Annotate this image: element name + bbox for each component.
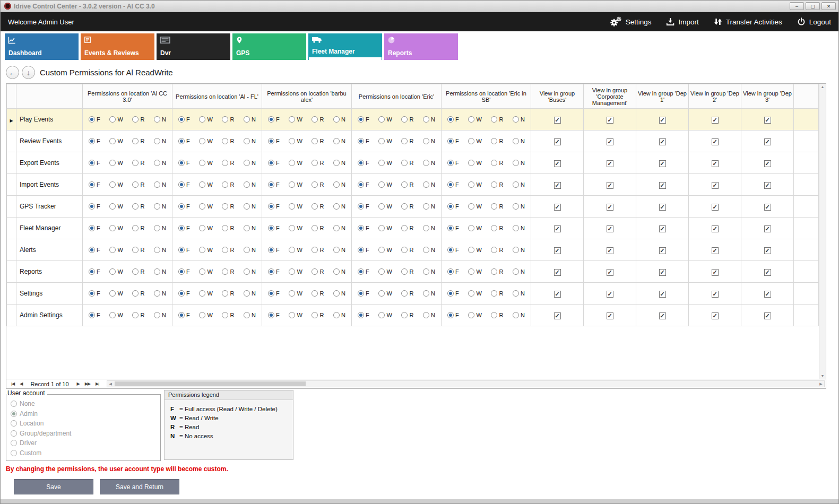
- permission-radio-w[interactable]: W: [289, 203, 302, 210]
- permission-radio-n[interactable]: N: [423, 116, 435, 123]
- permission-radio-w[interactable]: W: [378, 312, 392, 318]
- permission-radio-r[interactable]: R: [312, 247, 324, 253]
- permission-radio-w[interactable]: W: [289, 181, 302, 188]
- permission-radio-f[interactable]: F: [358, 312, 369, 318]
- permission-radio-f[interactable]: F: [447, 290, 459, 297]
- group-checkbox[interactable]: ✓: [712, 138, 719, 145]
- permission-radio-r[interactable]: R: [132, 312, 144, 318]
- permission-radio-n[interactable]: N: [154, 181, 166, 188]
- permission-radio-w[interactable]: W: [468, 290, 481, 297]
- permission-radio-r[interactable]: R: [222, 138, 234, 144]
- permission-radio-n[interactable]: N: [423, 203, 435, 210]
- permission-radio-n[interactable]: N: [423, 247, 435, 253]
- permission-radio-w[interactable]: W: [199, 203, 212, 210]
- scroll-up-icon[interactable]: ▲: [819, 85, 826, 89]
- group-checkbox[interactable]: ✓: [659, 204, 666, 211]
- permission-radio-r[interactable]: R: [401, 181, 413, 188]
- permission-radio-f[interactable]: F: [268, 312, 280, 318]
- permission-radio-n[interactable]: N: [333, 181, 345, 188]
- permission-radio-r[interactable]: R: [491, 268, 503, 275]
- next-record-button[interactable]: ▶: [77, 381, 80, 386]
- permission-radio-n[interactable]: N: [513, 312, 525, 318]
- tab-dashboard[interactable]: Dashboard: [5, 33, 79, 60]
- tab-events-reviews[interactable]: Events & Reviews: [81, 33, 154, 60]
- group-checkbox[interactable]: ✓: [712, 204, 719, 211]
- permission-radio-r[interactable]: R: [312, 203, 324, 210]
- permission-radio-w[interactable]: W: [199, 181, 212, 188]
- group-checkbox[interactable]: ✓: [712, 269, 719, 276]
- group-checkbox[interactable]: ✓: [554, 225, 561, 232]
- column-header[interactable]: View in group 'Dep 1': [636, 84, 689, 109]
- import-button[interactable]: Import: [666, 18, 698, 26]
- permission-radio-r[interactable]: R: [312, 138, 324, 144]
- permission-radio-f[interactable]: F: [268, 268, 280, 275]
- user-account-option-group-department[interactable]: Group/department: [11, 430, 155, 437]
- permission-radio-f[interactable]: F: [178, 225, 190, 231]
- permission-radio-r[interactable]: R: [222, 268, 234, 275]
- permission-radio-n[interactable]: N: [423, 268, 435, 275]
- table-row[interactable]: ▶Play EventsFWRNFWRNFWRNFWRNFWRN✓✓✓✓✓: [7, 109, 819, 131]
- group-checkbox[interactable]: ✓: [712, 160, 719, 167]
- permission-radio-f[interactable]: F: [358, 290, 369, 297]
- permission-radio-r[interactable]: R: [222, 181, 234, 188]
- permission-radio-n[interactable]: N: [244, 203, 256, 210]
- group-checkbox[interactable]: ✓: [712, 247, 719, 254]
- permission-radio-f[interactable]: F: [178, 160, 190, 166]
- permission-radio-w[interactable]: W: [109, 203, 123, 210]
- group-checkbox[interactable]: ✓: [764, 269, 771, 276]
- permission-radio-w[interactable]: W: [468, 225, 481, 231]
- permission-radio-n[interactable]: N: [423, 312, 435, 318]
- permission-radio-n[interactable]: N: [333, 138, 345, 144]
- group-checkbox[interactable]: ✓: [607, 312, 613, 319]
- permission-radio-f[interactable]: F: [268, 160, 280, 166]
- first-record-button[interactable]: |◀: [11, 381, 14, 386]
- permission-radio-r[interactable]: R: [312, 160, 324, 166]
- group-checkbox[interactable]: ✓: [554, 117, 561, 124]
- group-checkbox[interactable]: ✓: [712, 225, 719, 232]
- permission-radio-w[interactable]: W: [378, 181, 392, 188]
- permission-radio-r[interactable]: R: [491, 247, 503, 253]
- column-header[interactable]: View in group 'Buses': [531, 84, 584, 109]
- permission-radio-f[interactable]: F: [358, 116, 369, 123]
- permission-radio-r[interactable]: R: [132, 138, 144, 144]
- column-header[interactable]: Permissions on location 'Eric in SB': [442, 84, 531, 109]
- group-checkbox[interactable]: ✓: [659, 182, 666, 189]
- permission-radio-r[interactable]: R: [132, 268, 144, 275]
- tab-dvr[interactable]: Dvr: [157, 33, 230, 60]
- permission-radio-f[interactable]: F: [89, 160, 100, 166]
- save-and-return-button[interactable]: Save and Return: [100, 479, 179, 494]
- minimize-button[interactable]: –: [790, 2, 804, 10]
- permission-radio-n[interactable]: N: [244, 247, 256, 253]
- permission-radio-w[interactable]: W: [289, 312, 302, 318]
- permission-radio-n[interactable]: N: [244, 268, 256, 275]
- permission-radio-w[interactable]: W: [109, 225, 123, 231]
- user-account-option-driver[interactable]: Driver: [11, 439, 155, 447]
- permission-radio-w[interactable]: W: [109, 160, 123, 166]
- group-checkbox[interactable]: ✓: [764, 160, 771, 167]
- vertical-scrollbar[interactable]: ▲ ▼: [819, 84, 826, 379]
- permission-radio-w[interactable]: W: [289, 268, 302, 275]
- horizontal-scrollbar[interactable]: ◀ ▶: [107, 380, 825, 387]
- permission-radio-w[interactable]: W: [468, 268, 481, 275]
- permission-radio-w[interactable]: W: [289, 290, 302, 297]
- permission-radio-w[interactable]: W: [109, 181, 123, 188]
- permission-radio-w[interactable]: W: [378, 160, 392, 166]
- permission-radio-n[interactable]: N: [333, 160, 345, 166]
- permission-radio-f[interactable]: F: [268, 138, 280, 144]
- permission-radio-w[interactable]: W: [289, 138, 302, 144]
- table-row[interactable]: Fleet ManagerFWRNFWRNFWRNFWRNFWRN✓✓✓✓✓: [7, 218, 819, 239]
- permission-radio-f[interactable]: F: [89, 268, 100, 275]
- permission-radio-f[interactable]: F: [358, 160, 369, 166]
- group-checkbox[interactable]: ✓: [607, 247, 613, 254]
- permission-radio-n[interactable]: N: [154, 225, 166, 231]
- permission-radio-f[interactable]: F: [447, 138, 459, 144]
- permission-radio-w[interactable]: W: [289, 247, 302, 253]
- transfer-activities-button[interactable]: Transfer Activities: [714, 18, 782, 26]
- settings-button[interactable]: Settings: [610, 16, 652, 27]
- column-header[interactable]: Permissions on location 'Al CC 3.0': [83, 84, 172, 109]
- group-checkbox[interactable]: ✓: [764, 291, 771, 298]
- permission-radio-w[interactable]: W: [468, 116, 481, 123]
- permission-radio-n[interactable]: N: [513, 181, 525, 188]
- permission-radio-n[interactable]: N: [244, 312, 256, 318]
- group-checkbox[interactable]: ✓: [607, 225, 613, 232]
